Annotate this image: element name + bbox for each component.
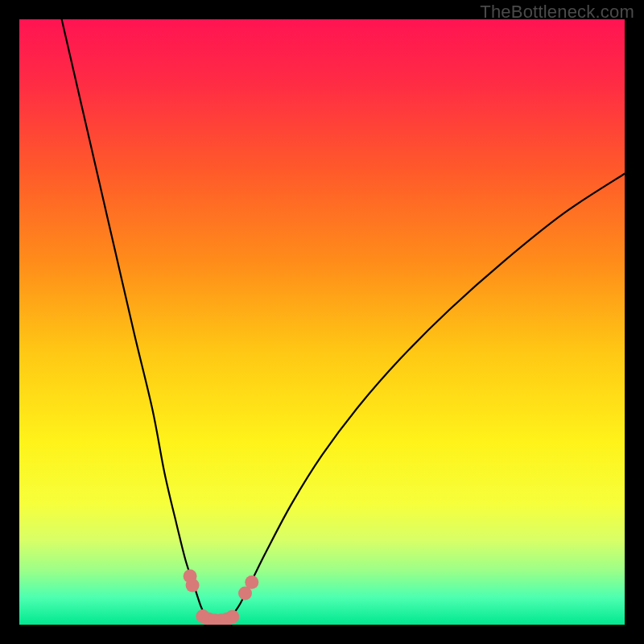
marker-dot [186, 579, 200, 592]
chart-frame [19, 19, 625, 625]
gradient-background [19, 19, 625, 625]
marker-dot [245, 576, 258, 589]
plot-svg [19, 19, 625, 625]
watermark-text: TheBottleneck.com [480, 2, 634, 23]
marker-dot [225, 610, 239, 624]
